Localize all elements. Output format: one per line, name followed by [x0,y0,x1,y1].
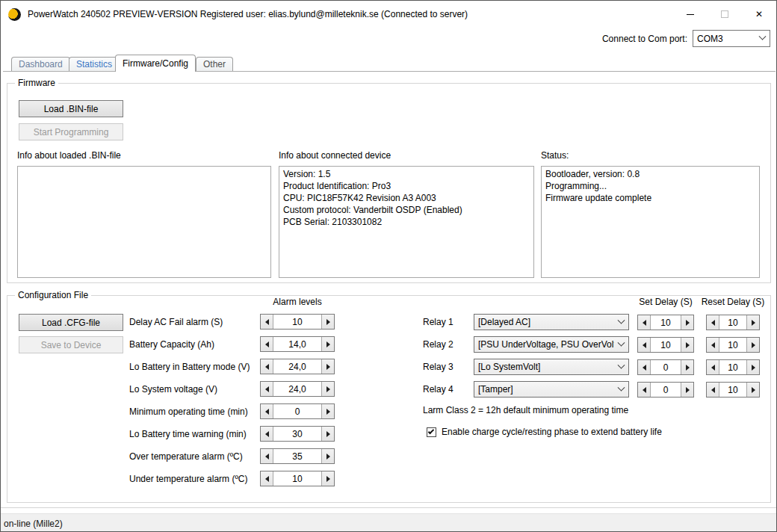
chevron-down-icon [618,316,625,324]
relay-4-select[interactable]: [Tamper] [474,381,629,398]
spinner-value[interactable]: 10 [719,383,746,397]
spinner-decrement-icon[interactable] [638,338,651,352]
spinner-increment-icon[interactable] [746,383,759,397]
spinner-decrement-icon[interactable] [638,360,651,374]
spinner-value[interactable]: 14,0 [273,337,321,351]
spinner-increment-icon[interactable] [321,359,334,374]
close-button[interactable]: ✕ [742,1,776,28]
lo-battery-battery-mode-spinner[interactable]: 24,0 [260,359,335,374]
relay-3-value: [Lo SystemVolt] [478,362,614,372]
start-programming-button[interactable]: Start Programming [19,123,123,140]
spinner-decrement-icon[interactable] [261,404,273,418]
maximize-button[interactable] [708,1,742,28]
alarm-label-lo-battery-mode: Lo Battery in Battery mode (V) [129,362,250,372]
spinner-decrement-icon[interactable] [261,315,273,329]
alarm-label-lo-system-voltage: Lo System voltage (V) [129,384,217,395]
alarm-label-battery-capacity: Battery Capacity (Ah) [129,339,214,350]
spinner-increment-icon[interactable] [681,360,693,374]
tab-other[interactable]: Other [196,57,233,71]
load-cfg-file-button[interactable]: Load .CFG-file [19,314,123,331]
tab-firmware-config[interactable]: Firmware/Config [115,55,196,72]
spinner-increment-icon[interactable] [321,382,334,396]
save-to-device-button[interactable]: Save to Device [19,336,123,353]
spinner-increment-icon[interactable] [321,427,334,441]
relay-3-select[interactable]: [Lo SystemVolt] [474,359,629,375]
minimize-button[interactable] [673,1,708,28]
relay-2-select[interactable]: [PSU UnderVoltage, PSU OverVolta [474,336,629,353]
spinner-decrement-icon[interactable] [261,359,273,374]
load-bin-file-button[interactable]: Load .BIN-file [19,100,123,117]
tab-dashboard[interactable]: Dashboard [11,57,70,71]
spinner-increment-icon[interactable] [681,383,693,397]
spinner-value[interactable]: 10 [719,315,746,330]
relay-3-label: Relay 3 [423,362,453,372]
status-textbox[interactable]: Bootloader, version: 0.8 Programming... … [541,166,760,278]
relay-2-set-delay-spinner[interactable]: 10 [637,337,694,353]
spinner-decrement-icon[interactable] [638,383,651,397]
relay-4-reset-delay-spinner[interactable]: 10 [706,382,760,398]
spinner-value[interactable]: 30 [273,427,321,441]
alarm-label-over-temperature: Over temperature alarm (ºC) [129,451,243,462]
spinner-increment-icon[interactable] [321,471,334,486]
relay-2-reset-delay-spinner[interactable]: 10 [706,337,760,353]
device-info-textbox[interactable]: Version: 1.5 Product Identification: Pro… [279,166,534,278]
spinner-increment-icon[interactable] [321,404,334,418]
spinner-value[interactable]: 0 [651,360,681,374]
loaded-bin-info-label: Info about loaded .BIN-file [17,150,121,161]
status-bar-text: on-line (Mille2) [4,519,63,529]
delay-ac-fail-spinner[interactable]: 10 [260,314,335,330]
spinner-decrement-icon[interactable] [261,449,273,463]
spinner-decrement-icon[interactable] [261,427,273,441]
spinner-decrement-icon[interactable] [707,338,719,352]
relay-3-reset-delay-spinner[interactable]: 10 [706,359,760,375]
over-temperature-spinner[interactable]: 35 [260,448,335,464]
spinner-increment-icon[interactable] [321,337,334,351]
charge-cycle-checkbox[interactable] [427,427,436,437]
maximize-icon [721,10,728,18]
spinner-value[interactable]: 10 [273,315,321,329]
battery-capacity-spinner[interactable]: 14,0 [260,336,335,352]
spinner-increment-icon[interactable] [321,315,334,329]
spinner-value[interactable]: 0 [651,383,681,397]
relay-1-reset-delay-spinner[interactable]: 10 [706,315,760,330]
lo-battery-time-warning-spinner[interactable]: 30 [260,426,335,442]
spinner-value[interactable]: 10 [651,338,681,352]
relay-3-set-delay-spinner[interactable]: 0 [637,359,694,375]
spinner-increment-icon[interactable] [746,338,759,352]
relay-1-set-delay-spinner[interactable]: 10 [637,315,694,330]
spinner-decrement-icon[interactable] [638,315,651,330]
spinner-value[interactable]: 24,0 [273,359,321,374]
loaded-bin-info-textbox[interactable] [17,166,271,278]
spinner-value[interactable]: 10 [719,360,746,374]
spinner-decrement-icon[interactable] [707,360,719,374]
spinner-decrement-icon[interactable] [261,337,273,351]
spinner-decrement-icon[interactable] [707,315,719,330]
relay-4-set-delay-spinner[interactable]: 0 [637,382,694,398]
spinner-increment-icon[interactable] [321,449,334,463]
spinner-value[interactable]: 35 [273,449,321,463]
spinner-value[interactable]: 24,0 [273,382,321,396]
minimum-operating-time-spinner[interactable]: 0 [260,403,335,419]
spinner-value[interactable]: 10 [651,315,681,330]
under-temperature-spinner[interactable]: 10 [260,471,335,486]
alarm-levels-header: Alarm levels [260,297,335,307]
spinner-decrement-icon[interactable] [261,382,273,396]
bottom-divider [1,507,776,508]
spinner-value[interactable]: 0 [273,404,321,418]
spinner-increment-icon[interactable] [681,315,693,330]
lo-system-voltage-spinner[interactable]: 24,0 [260,381,335,397]
com-port-label: Connect to Com port: [602,34,687,44]
spinner-value[interactable]: 10 [273,471,321,486]
spinner-decrement-icon[interactable] [707,383,719,397]
relay-1-select[interactable]: [Delayed AC] [474,314,629,330]
relay-2-value: [PSU UnderVoltage, PSU OverVolta [478,339,614,350]
spinner-value[interactable]: 10 [719,338,746,352]
firmware-group-legend: Firmware [15,78,58,88]
com-port-select[interactable]: COM3 [693,30,770,47]
tab-statistics[interactable]: Statistics [69,57,120,71]
spinner-decrement-icon[interactable] [261,471,273,486]
spinner-increment-icon[interactable] [746,315,759,330]
spinner-increment-icon[interactable] [746,360,759,374]
spinner-increment-icon[interactable] [681,338,693,352]
relay-1-value: [Delayed AC] [478,317,614,327]
